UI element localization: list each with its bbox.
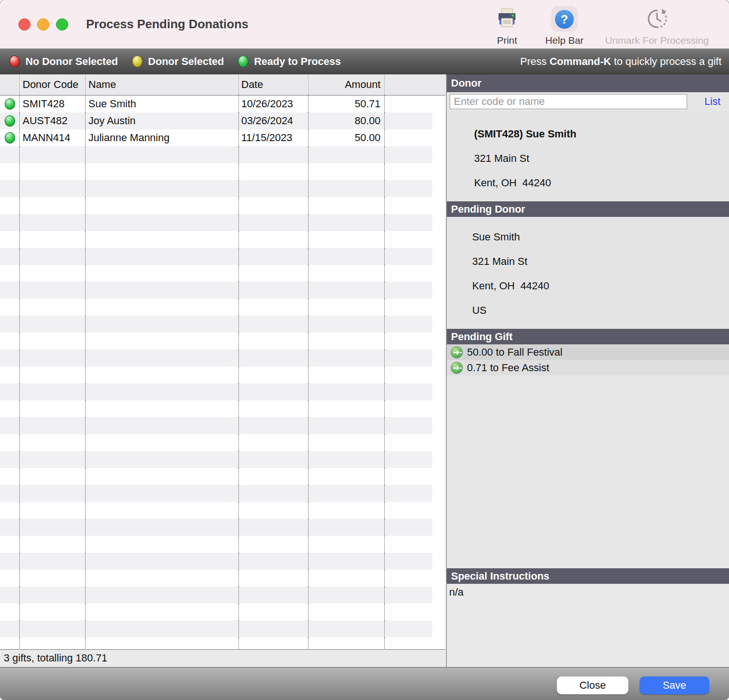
row-status-cell	[0, 451, 20, 468]
table-row-empty	[0, 282, 432, 299]
table-row-empty	[0, 451, 432, 468]
row-amount	[309, 485, 385, 502]
row-name	[86, 485, 239, 502]
row-extra-cell	[385, 519, 432, 536]
row-date	[239, 214, 309, 231]
row-amount	[309, 620, 385, 637]
row-name	[86, 265, 239, 282]
row-date	[239, 485, 309, 502]
row-extra-cell	[385, 112, 432, 129]
donor-search-input[interactable]	[450, 94, 687, 109]
row-date	[239, 197, 309, 214]
row-donor-code: AUST482	[20, 112, 86, 129]
legend-donor-selected-label: Donor Selected	[148, 56, 224, 68]
row-extra-cell	[385, 299, 432, 316]
pending-donor-street: 321 Main St	[472, 255, 527, 267]
row-donor-code	[20, 451, 86, 468]
donor-list-link[interactable]: List	[705, 95, 721, 108]
process-pending-donations-window: Process Pending Donations Print ?	[0, 0, 729, 700]
table-row-empty	[0, 604, 432, 620]
row-donor-code	[20, 417, 86, 434]
close-window-button[interactable]	[18, 18, 31, 31]
name-column-header[interactable]: Name	[86, 74, 239, 95]
close-button[interactable]: Close	[557, 676, 628, 694]
row-donor-code	[20, 180, 86, 197]
gift-label: 50.00 to Fall Festival	[467, 346, 563, 358]
table-row-empty	[0, 231, 432, 248]
panel-filler	[447, 375, 729, 568]
table-row-empty	[0, 502, 432, 519]
pending-gift-row[interactable]: 0.71 to Fee Assist	[447, 360, 729, 375]
help-bar-button[interactable]: ? Help Bar	[536, 6, 593, 46]
pending-gift-row[interactable]: 50.00 to Fall Festival	[447, 344, 729, 360]
donor-code-column-header[interactable]: Donor Code	[20, 74, 86, 95]
selected-donor-street: 321 Main St	[474, 152, 529, 164]
zoom-window-button[interactable]	[56, 18, 68, 31]
row-name	[86, 350, 239, 366]
title-bar: Process Pending Donations Print ?	[0, 0, 729, 48]
table-row-empty	[0, 265, 432, 282]
table-row[interactable]: MANN414Julianne Manning11/15/202350.00	[0, 129, 432, 146]
row-name	[86, 282, 239, 299]
row-status-cell	[0, 265, 20, 282]
table-row[interactable]: SMIT428Sue Smith10/26/202350.71	[0, 95, 432, 112]
row-amount	[309, 333, 385, 350]
row-name	[86, 468, 239, 485]
row-name: Joy Austin	[86, 112, 239, 129]
table-row-empty	[0, 214, 432, 231]
print-icon	[484, 6, 530, 32]
donor-section-header: Donor	[447, 74, 729, 92]
row-status-cell	[0, 180, 20, 197]
row-amount	[309, 231, 385, 248]
row-extra-cell	[385, 95, 432, 112]
row-donor-code	[20, 248, 86, 265]
legend-bar: No Donor Selected Donor Selected Ready t…	[0, 48, 729, 74]
row-name	[86, 536, 239, 553]
row-date: 11/15/2023	[239, 129, 309, 146]
row-status-cell	[0, 197, 20, 214]
row-date	[239, 536, 309, 553]
row-amount	[309, 197, 385, 214]
date-column-header[interactable]: Date	[239, 74, 309, 95]
row-status-cell	[0, 316, 20, 333]
footer-bar: Close Save	[0, 667, 729, 700]
row-donor-code	[20, 570, 86, 587]
unmark-for-processing-button: Unmark For Processing	[598, 6, 716, 46]
red-status-icon	[9, 56, 20, 67]
row-name	[86, 620, 239, 637]
row-amount	[309, 180, 385, 197]
row-status-cell	[0, 502, 20, 519]
row-status-cell	[0, 95, 20, 112]
row-date	[239, 180, 309, 197]
table-row-empty	[0, 248, 432, 265]
row-date	[239, 553, 309, 570]
table-row-empty	[0, 570, 432, 587]
row-date	[239, 620, 309, 637]
selected-donor-city: Kent, OH 44240	[474, 177, 551, 189]
row-name	[86, 434, 239, 451]
row-name: Sue Smith	[86, 95, 239, 112]
table-row-empty	[0, 587, 432, 604]
row-name	[86, 197, 239, 214]
save-button[interactable]: Save	[640, 676, 709, 694]
row-extra-cell	[385, 553, 432, 570]
history-clock-icon	[598, 6, 716, 32]
print-button[interactable]: Print	[484, 6, 530, 46]
row-amount	[309, 214, 385, 231]
row-date: 10/26/2023	[239, 95, 309, 112]
gift-label: 0.71 to Fee Assist	[467, 362, 549, 374]
amount-column-header[interactable]: Amount	[309, 74, 385, 95]
row-donor-code: MANN414	[20, 129, 86, 146]
table-row-empty	[0, 163, 432, 180]
row-donor-code	[20, 282, 86, 299]
legend-no-donor: No Donor Selected	[9, 56, 118, 68]
row-date	[239, 451, 309, 468]
table-row[interactable]: AUST482Joy Austin03/26/202480.00	[0, 112, 432, 129]
minimize-window-button[interactable]	[37, 18, 49, 31]
row-amount	[309, 637, 385, 649]
row-status-cell	[0, 231, 20, 248]
row-extra-cell	[385, 536, 432, 553]
row-donor-code	[20, 299, 86, 316]
row-extra-cell	[385, 163, 432, 180]
table-row-empty	[0, 180, 432, 197]
